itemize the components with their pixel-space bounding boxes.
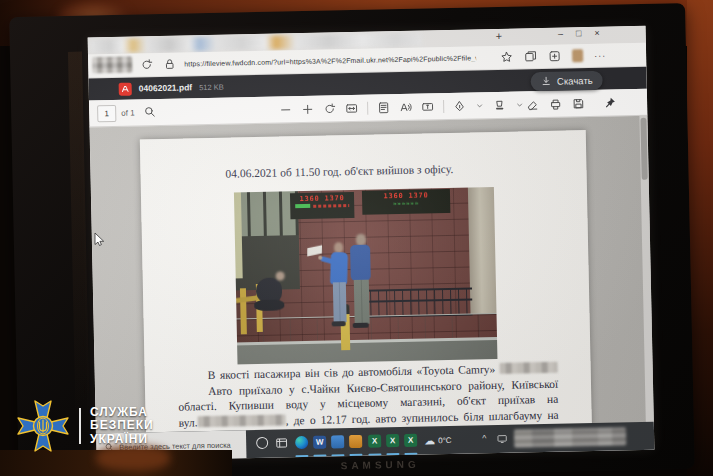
tray-device-icon[interactable] [496, 433, 508, 444]
add-text-icon[interactable] [421, 100, 434, 113]
screen: + – □ × https://fileview.fwdcdn.com/?url… [88, 26, 655, 462]
open-app-indicator [349, 454, 362, 456]
tray-chevron[interactable]: ^ [482, 433, 486, 443]
collections-icon[interactable] [524, 50, 537, 63]
room-scene: + – □ × https://fileview.fwdcdn.com/?url… [0, 0, 713, 476]
print-icon[interactable] [549, 97, 562, 110]
censored-system-tray [514, 427, 626, 447]
cortana-button[interactable] [256, 437, 268, 449]
photo-lighting-overlay [234, 187, 498, 364]
read-aloud-icon[interactable] [399, 100, 412, 113]
pdf-file-icon [119, 82, 132, 95]
watermark-line: УКРАЇНИ [90, 433, 154, 447]
taskbar-edge-icon[interactable] [295, 436, 308, 449]
zoom-out-icon[interactable] [279, 103, 292, 116]
highlight-icon[interactable] [493, 98, 506, 111]
taskbar-word-icon[interactable]: W [313, 436, 326, 449]
extensions-icon[interactable] [548, 50, 561, 63]
bezel-reflection [68, 52, 90, 432]
open-app-indicator [313, 455, 326, 457]
favorites-star-icon[interactable] [500, 51, 513, 64]
download-icon [541, 76, 552, 87]
watermark-text: СЛУЖБА БЕЗПЕКИ УКРАЇНИ [90, 406, 154, 447]
chevron-down-icon[interactable] [515, 100, 524, 109]
watermark-divider [79, 408, 81, 444]
open-app-indicator [295, 455, 308, 457]
toolbar-divider [367, 101, 368, 114]
pdf-filename: 04062021.pdf [139, 82, 193, 93]
scrollbar-thumb[interactable] [640, 118, 647, 180]
toolbar-divider [443, 100, 444, 113]
close-button[interactable]: × [594, 28, 599, 38]
weather-temperature: 0°C [438, 435, 452, 444]
chevron-down-icon[interactable] [475, 101, 484, 110]
zoom-in-icon[interactable] [301, 102, 314, 115]
rotate-icon[interactable] [323, 102, 336, 115]
page-view-icon[interactable] [377, 101, 390, 114]
download-button-label: Скачать [557, 75, 593, 87]
sbu-emblem-icon [16, 398, 70, 454]
search-icon[interactable] [143, 105, 156, 118]
taskbar-document-icon[interactable] [331, 435, 344, 448]
pdf-filesize: 512 KB [199, 82, 224, 92]
pdf-toolbar-right [526, 89, 617, 117]
refresh-icon[interactable] [140, 58, 153, 71]
task-view-button[interactable] [275, 436, 288, 449]
download-button[interactable]: Скачать [531, 71, 603, 91]
page-number-input[interactable]: 1 [97, 104, 116, 121]
taskbar-excel-icon[interactable]: X [386, 434, 399, 447]
minimize-button[interactable]: – [558, 29, 563, 39]
sbu-watermark: СЛУЖБА БЕЗПЕКИ УКРАЇНИ [16, 398, 154, 454]
paragraph-text: вул. [179, 416, 198, 428]
pdf-page: 04.06.2021 об 11.50 год. об'єкт вийшов з… [140, 130, 594, 435]
watermark-line: БЕЗПЕКИ [90, 419, 154, 433]
pin-toolbar-icon[interactable] [603, 96, 616, 109]
restore-button[interactable]: □ [576, 28, 582, 38]
url-text[interactable]: https://fileview.fwdcdn.com/?url=https%3… [184, 54, 476, 67]
fit-to-width-icon[interactable] [345, 101, 358, 114]
weather-widget[interactable]: ☁ 0°C [424, 429, 476, 450]
open-app-indicator [331, 454, 344, 456]
lock-icon [163, 58, 176, 71]
pdf-toolbar-center [279, 91, 524, 122]
address-bar-actions: ··· [500, 44, 606, 69]
open-app-indicator [368, 453, 381, 455]
new-tab-button[interactable]: + [496, 30, 503, 42]
open-app-indicator [404, 453, 417, 455]
monitor-brand-logo: SAMSUNG [341, 459, 420, 472]
window-controls: – □ × [558, 28, 600, 39]
censored-nav-buttons [92, 57, 132, 74]
save-icon[interactable] [572, 97, 585, 110]
surveillance-photo: 1360 1370 1360 1370 »»»»»» [234, 187, 498, 364]
redacted-text [197, 414, 285, 427]
open-app-indicator [386, 453, 399, 455]
redacted-text [500, 362, 558, 374]
mouse-cursor [94, 232, 105, 247]
erase-icon[interactable] [526, 98, 539, 111]
taskbar-folder-icon[interactable] [349, 435, 362, 448]
more-menu-button[interactable]: ··· [594, 50, 606, 60]
page-count-label: of 1 [121, 108, 135, 117]
pdf-content-area: 04.06.2021 об 11.50 год. об'єкт вийшов з… [90, 116, 654, 436]
document-heading: 04.06.2021 об 11.50 год. об'єкт вийшов з… [225, 160, 586, 180]
watermark-line: СЛУЖБА [90, 406, 154, 420]
weather-cloud-icon: ☁ [424, 435, 435, 446]
taskbar-excel-icon[interactable]: X [368, 434, 381, 447]
profile-avatar[interactable] [572, 49, 583, 62]
taskbar-excel-icon[interactable]: X [404, 434, 417, 447]
scrollbar[interactable] [639, 116, 653, 424]
document-paragraph: В якості пасажира він сів до автомобіля … [178, 361, 559, 431]
draw-pen-icon[interactable] [453, 99, 466, 112]
